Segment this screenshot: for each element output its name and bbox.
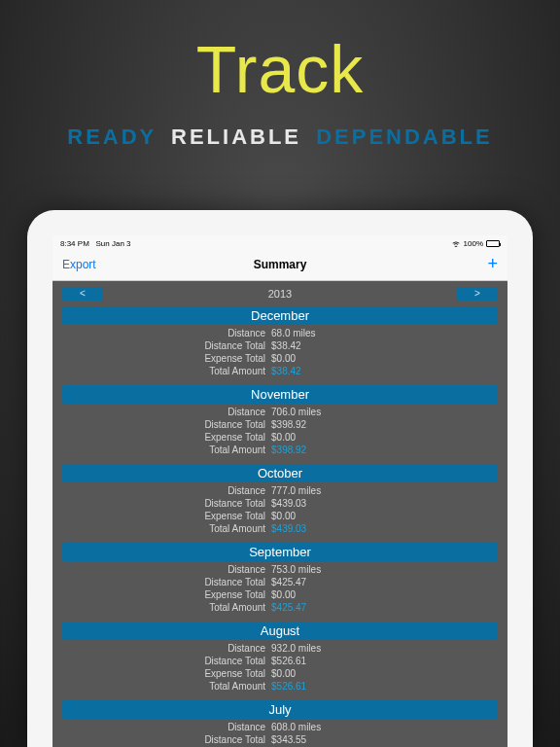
content-area[interactable]: < 2013 > DecemberDistance68.0 milesDista…: [52, 281, 508, 747]
stat-row: Distance Total$38.42: [62, 339, 498, 352]
stat-label: Total Amount: [62, 522, 271, 535]
stat-value: 706.0 miles: [271, 406, 498, 418]
stat-row: Total Amount$38.42: [62, 365, 498, 377]
stat-value: $526.61: [271, 655, 498, 667]
stat-label: Distance: [62, 721, 271, 733]
month-header[interactable]: July: [62, 700, 498, 719]
screen: 8:34 PM Sun Jan 3 100% Export Summary + …: [52, 235, 508, 747]
stat-label: Distance: [62, 327, 271, 339]
stat-row: Total Amount$526.61: [62, 680, 498, 693]
month-block: DecemberDistance68.0 milesDistance Total…: [62, 306, 498, 381]
stat-value: $439.03: [271, 522, 498, 535]
stat-row: Distance777.0 miles: [62, 484, 498, 497]
stat-value: $425.47: [271, 601, 498, 614]
battery-icon: [486, 240, 500, 247]
stat-label: Total Amount: [62, 444, 271, 456]
stat-label: Expense Total: [62, 667, 271, 680]
status-time: 8:34 PM: [60, 239, 89, 248]
stat-label: Total Amount: [62, 365, 271, 377]
hero-title: Track: [0, 31, 560, 107]
stat-row: Distance753.0 miles: [62, 563, 498, 576]
page-title: Summary: [254, 258, 307, 271]
stat-label: Distance Total: [62, 576, 271, 588]
nav-bar: Export Summary +: [52, 250, 508, 281]
stat-label: Distance: [62, 642, 271, 655]
status-right: 100%: [451, 239, 500, 248]
stat-label: Distance Total: [62, 339, 271, 352]
month-rows: Distance777.0 milesDistance Total$439.03…: [62, 482, 498, 539]
stat-row: Expense Total$0.00: [62, 588, 498, 601]
stat-value: $0.00: [271, 431, 498, 444]
month-rows: Distance706.0 milesDistance Total$398.92…: [62, 404, 498, 460]
stat-value: $38.42: [271, 365, 498, 377]
stat-label: Distance: [62, 406, 271, 418]
stat-value: $425.47: [271, 576, 498, 588]
stat-row: Total Amount$425.47: [62, 601, 498, 614]
month-rows: Distance932.0 milesDistance Total$526.61…: [62, 640, 498, 696]
stat-row: Distance608.0 miles: [62, 721, 498, 733]
stat-value: 777.0 miles: [271, 484, 498, 497]
stat-label: Distance Total: [62, 655, 271, 667]
year-prev-button[interactable]: <: [62, 287, 103, 301]
year-nav: < 2013 >: [62, 287, 498, 301]
stat-row: Distance Total$526.61: [62, 655, 498, 667]
stat-row: Distance706.0 miles: [62, 406, 498, 418]
year-next-button[interactable]: >: [457, 287, 498, 301]
stat-label: Total Amount: [62, 680, 271, 693]
month-block: OctoberDistance777.0 milesDistance Total…: [62, 464, 498, 539]
status-bar: 8:34 PM Sun Jan 3 100%: [52, 235, 508, 250]
tablet-frame: 8:34 PM Sun Jan 3 100% Export Summary + …: [27, 210, 533, 747]
stat-value: $439.03: [271, 497, 498, 510]
stat-row: Distance Total$439.03: [62, 497, 498, 510]
month-block: AugustDistance932.0 milesDistance Total$…: [62, 622, 498, 696]
stat-value: $398.92: [271, 418, 498, 431]
stat-label: Distance: [62, 484, 271, 497]
stat-label: Expense Total: [62, 588, 271, 601]
status-left: 8:34 PM Sun Jan 3: [60, 239, 131, 248]
month-header[interactable]: October: [62, 464, 498, 482]
month-header[interactable]: November: [62, 385, 498, 404]
stat-label: Distance Total: [62, 733, 271, 746]
stat-value: $526.61: [271, 680, 498, 693]
stat-row: Total Amount$398.92: [62, 444, 498, 456]
month-block: SeptemberDistance753.0 milesDistance Tot…: [62, 543, 498, 618]
month-header[interactable]: December: [62, 306, 498, 325]
stat-label: Expense Total: [62, 510, 271, 522]
month-header[interactable]: September: [62, 543, 498, 561]
tagline-word-1: READY: [67, 124, 157, 149]
stat-label: Distance: [62, 563, 271, 576]
stat-row: Expense Total$0.00: [62, 352, 498, 365]
stat-value: $0.00: [271, 588, 498, 601]
stat-label: Total Amount: [62, 601, 271, 614]
stat-value: $38.42: [271, 339, 498, 352]
stat-label: Expense Total: [62, 431, 271, 444]
month-rows: Distance608.0 milesDistance Total$343.55…: [62, 719, 498, 747]
month-rows: Distance68.0 milesDistance Total$38.42Ex…: [62, 325, 498, 381]
month-rows: Distance753.0 milesDistance Total$425.47…: [62, 561, 498, 618]
stat-row: Expense Total$0.00: [62, 431, 498, 444]
stat-row: Total Amount$439.03: [62, 522, 498, 535]
export-button[interactable]: Export: [62, 258, 121, 271]
stat-row: Expense Total$0.00: [62, 667, 498, 680]
hero-tagline: READY RELIABLE DEPENDABLE: [0, 124, 560, 150]
tagline-word-3: DEPENDABLE: [316, 124, 493, 149]
stat-value: 608.0 miles: [271, 721, 498, 733]
stat-value: $0.00: [271, 667, 498, 680]
stat-value: $398.92: [271, 444, 498, 456]
wifi-icon: [451, 240, 461, 247]
add-button[interactable]: +: [439, 254, 498, 274]
hero: Track READY RELIABLE DEPENDABLE: [0, 0, 560, 150]
stat-row: Distance Total$425.47: [62, 576, 498, 588]
stat-value: $0.00: [271, 510, 498, 522]
stat-label: Distance Total: [62, 497, 271, 510]
stat-label: Expense Total: [62, 352, 271, 365]
stat-row: Distance68.0 miles: [62, 327, 498, 339]
stat-row: Distance Total$343.55: [62, 733, 498, 746]
month-block: NovemberDistance706.0 milesDistance Tota…: [62, 385, 498, 460]
months-list: DecemberDistance68.0 milesDistance Total…: [62, 306, 498, 747]
stat-value: $343.55: [271, 733, 498, 746]
stat-value: 932.0 miles: [271, 642, 498, 655]
month-header[interactable]: August: [62, 622, 498, 640]
stat-row: Distance Total$398.92: [62, 418, 498, 431]
month-block: JulyDistance608.0 milesDistance Total$34…: [62, 700, 498, 747]
